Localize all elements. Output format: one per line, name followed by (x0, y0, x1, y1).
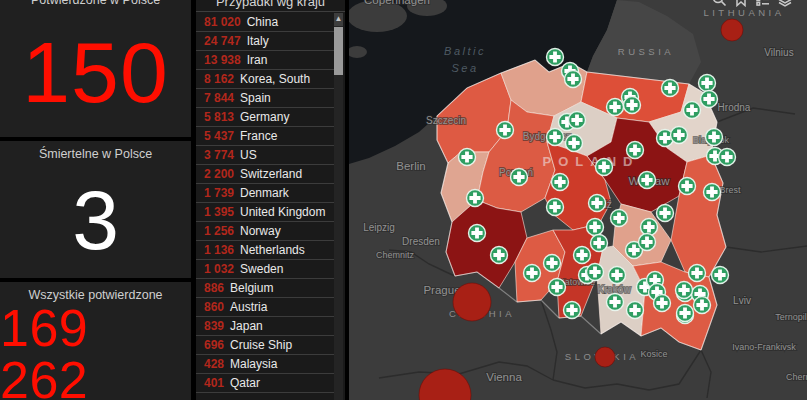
country-row[interactable]: 1 395United Kingdom (196, 203, 334, 222)
hospital-marker[interactable] (565, 71, 582, 88)
hospital-marker[interactable] (552, 174, 569, 191)
map-label: Ivano-Frankivsk (732, 342, 796, 352)
hospital-marker[interactable] (497, 122, 514, 139)
country-name: Iran (247, 53, 268, 67)
country-row[interactable]: 5 813Germany (196, 108, 334, 127)
hospital-marker[interactable] (596, 159, 613, 176)
hospital-marker[interactable] (607, 99, 624, 116)
country-row[interactable]: 401Qatar (196, 374, 334, 393)
country-row[interactable]: 13 938Iran (196, 51, 334, 70)
country-list-scrollbar[interactable]: ▲ (334, 13, 343, 400)
hospital-marker[interactable] (467, 190, 484, 207)
hospital-marker[interactable] (712, 267, 729, 284)
hospital-marker[interactable] (677, 305, 694, 322)
hospital-marker[interactable] (679, 178, 696, 195)
hospital-marker[interactable] (549, 279, 566, 296)
hospital-marker[interactable] (671, 127, 688, 144)
hospital-marker[interactable] (611, 210, 628, 227)
hospital-marker[interactable] (566, 135, 583, 152)
hospital-marker[interactable] (609, 267, 626, 284)
country-row[interactable]: 860Austria (196, 298, 334, 317)
legend-icon[interactable] (755, 0, 771, 7)
country-row[interactable]: 24 747Italy (196, 32, 334, 51)
country-row[interactable]: 3 774US (196, 146, 334, 165)
country-row[interactable]: 696Cruise Ship (196, 336, 334, 355)
search-icon[interactable] (711, 0, 727, 7)
country-case-count: 5 437 (204, 129, 234, 143)
hospital-marker[interactable] (491, 247, 508, 264)
hospital-marker[interactable] (627, 302, 644, 319)
layers-icon[interactable] (777, 0, 793, 7)
country-case-bubble[interactable] (595, 347, 615, 367)
hospital-marker[interactable] (587, 219, 604, 236)
hospital-marker[interactable] (657, 205, 674, 222)
hospital-marker[interactable] (574, 247, 591, 264)
hospital-marker[interactable] (639, 234, 656, 251)
country-name: Norway (240, 224, 281, 238)
hospital-marker[interactable] (641, 219, 658, 236)
hospital-marker[interactable] (654, 295, 671, 312)
map-panel[interactable]: CopenhagenBalticSeaRUSSIALITHUANIAVilniu… (349, 0, 807, 400)
map-label: Copenhagen (364, 0, 430, 6)
hospital-marker[interactable] (569, 112, 586, 129)
hospital-marker[interactable] (694, 297, 711, 314)
hospital-marker[interactable] (459, 149, 476, 166)
country-row[interactable]: 2 200Switzerland (196, 165, 334, 184)
scrollbar-thumb[interactable] (334, 27, 343, 75)
country-row[interactable]: 7 844Spain (196, 89, 334, 108)
country-row[interactable]: 81 020China (196, 13, 334, 32)
hospital-marker[interactable] (639, 172, 656, 189)
country-row[interactable]: 5 437France (196, 127, 334, 146)
hospital-marker[interactable] (564, 302, 581, 319)
country-row[interactable]: 8 162Korea, South (196, 70, 334, 89)
hospital-marker[interactable] (587, 264, 604, 281)
hospital-marker[interactable] (684, 102, 701, 119)
country-row[interactable]: 839Japan (196, 317, 334, 336)
hospital-marker[interactable] (627, 142, 644, 159)
hospital-marker[interactable] (591, 235, 608, 252)
country-row[interactable]: 1 256Norway (196, 222, 334, 241)
country-list-panel: Przypadki wg kraju 81 020China24 747Ital… (196, 0, 345, 400)
poland-choropleth-map[interactable]: CopenhagenBalticSeaRUSSIALITHUANIAVilniu… (349, 0, 807, 400)
country-row[interactable]: 428Malaysia (196, 355, 334, 374)
hospital-marker[interactable] (699, 75, 716, 92)
country-name: Malaysia (230, 357, 277, 371)
map-label: LITHUANIA (703, 7, 784, 18)
hospital-marker[interactable] (662, 80, 679, 97)
hospital-marker[interactable] (624, 97, 641, 114)
map-label: RUSSIA (618, 46, 674, 57)
hospital-marker[interactable] (469, 225, 486, 242)
bookmark-icon[interactable] (733, 0, 749, 7)
map-label: Ternopil (775, 312, 807, 322)
scrollbar-up-icon[interactable]: ▲ (334, 13, 343, 26)
hospital-marker[interactable] (524, 265, 541, 282)
country-name: Switzerland (240, 167, 302, 181)
hospital-marker[interactable] (544, 255, 561, 272)
hospital-marker[interactable] (547, 49, 564, 66)
hospital-marker[interactable] (511, 169, 528, 186)
hospital-marker[interactable] (676, 282, 693, 299)
deaths-label: Śmiertelne w Polsce (39, 141, 152, 161)
hospital-marker[interactable] (719, 149, 736, 166)
country-list[interactable]: 81 020China24 747Italy13 938Iran8 162Kor… (196, 13, 334, 400)
hospital-marker[interactable] (706, 129, 723, 146)
country-row[interactable]: 1 739Denmark (196, 184, 334, 203)
hospital-marker[interactable] (701, 91, 718, 108)
country-case-bubble[interactable] (453, 283, 491, 321)
map-label: Hrodna (718, 102, 751, 113)
map-label: Berlin (396, 160, 425, 172)
country-row[interactable]: 1 032Sweden (196, 260, 334, 279)
country-case-count: 7 844 (204, 91, 234, 105)
country-case-bubble[interactable] (721, 19, 743, 41)
confirmed-label: Potwierdzone w Polsce (31, 0, 160, 7)
hospital-marker[interactable] (704, 184, 721, 201)
country-row[interactable]: 1 136Netherlands (196, 241, 334, 260)
hospital-marker[interactable] (607, 294, 624, 311)
hospital-marker[interactable] (547, 199, 564, 216)
hospital-marker[interactable] (589, 195, 606, 212)
country-row[interactable]: 886Belgium (196, 279, 334, 298)
hospital-marker[interactable] (689, 265, 706, 282)
hospital-marker[interactable] (547, 129, 564, 146)
country-case-count: 13 938 (204, 53, 241, 67)
map-label: POLAND (543, 154, 640, 169)
